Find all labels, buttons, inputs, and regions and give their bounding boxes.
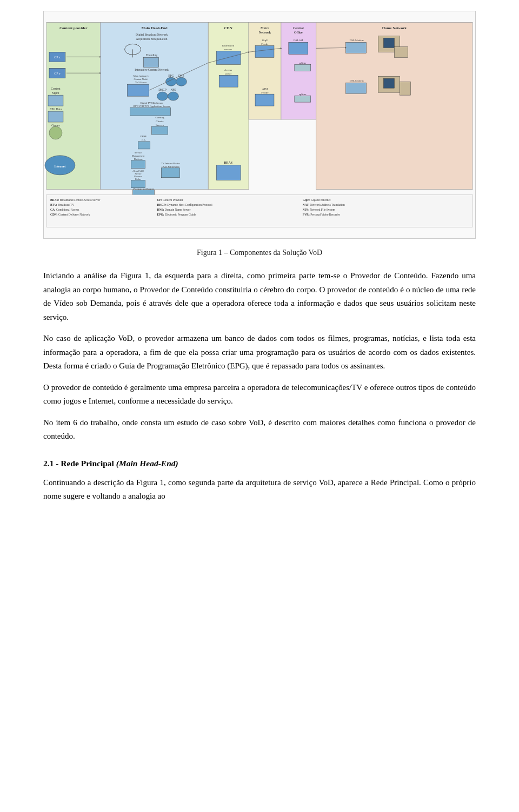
svg-text:Home Network: Home Network	[382, 26, 407, 30]
svg-text:DHCP: DHCP	[158, 88, 167, 91]
svg-point-41	[176, 77, 187, 86]
svg-text:EPG: Electronic Program Guide: EPG: Electronic Program Guide	[157, 213, 196, 216]
svg-text:BRAS: Broadband Remote Access : BRAS: Broadband Remote Access Server	[50, 198, 101, 202]
svg-rect-4	[208, 22, 249, 189]
section-title: - Rede Principal	[56, 459, 116, 468]
svg-text:Management: Management	[132, 155, 145, 157]
svg-text:Metro: Metro	[261, 26, 269, 30]
svg-text:DNS: Domain Name Server: DNS: Domain Name Server	[157, 208, 190, 211]
section-number: 2.1	[43, 459, 54, 468]
svg-rect-75	[219, 75, 238, 87]
svg-text:DNS: DNS	[178, 74, 184, 77]
svg-rect-55	[138, 142, 150, 149]
svg-rect-59	[131, 160, 145, 169]
svg-text:VoD Server: VoD Server	[135, 81, 147, 84]
svg-rect-94	[394, 46, 408, 57]
svg-text:NFS: Network File System: NFS: Network File System	[303, 208, 336, 211]
svg-text:Acquisition  Encapsulation: Acquisition Encapsulation	[136, 37, 168, 41]
svg-rect-37	[128, 84, 149, 96]
svg-text:NFS: NFS	[170, 88, 176, 91]
svg-text:EPG Data: EPG Data	[50, 108, 62, 111]
svg-text:DHCP: Dynamic Host Configurati: DHCP: Dynamic Host Configuration Protoco…	[157, 203, 212, 206]
svg-text:CDN: Content Delivery Network: CDN: Content Delivery Network	[50, 213, 90, 216]
section-heading: 2.1 - Rede Principal (Main Head-End)	[43, 459, 476, 468]
svg-rect-106	[46, 195, 473, 227]
svg-text:Mgmt: Mgmt	[52, 91, 59, 95]
svg-rect-22	[48, 111, 63, 122]
svg-rect-83	[255, 94, 274, 106]
figure-caption-text: Figura 1 – Componentes da Solução VoD	[197, 249, 322, 257]
svg-text:Service: Service	[135, 151, 142, 154]
section-title-italic: (Main Head-End)	[116, 459, 178, 468]
svg-text:Feeder: Feeder	[261, 91, 269, 94]
svg-text:Encoding: Encoding	[146, 53, 157, 57]
svg-text:GigE: Gigabit Ethernet: GigE: Gigabit Ethernet	[303, 198, 331, 202]
svg-rect-48	[130, 108, 171, 116]
svg-text:Main (primary): Main (primary)	[134, 75, 149, 77]
svg-text:BTV/VOD/PVR Applications Serve: BTV/VOD/PVR Applications Servers	[133, 105, 170, 108]
svg-text:Network: Network	[259, 31, 271, 34]
svg-text:GigE: GigE	[262, 39, 268, 42]
svg-text:Feeder: Feeder	[261, 43, 269, 45]
svg-text:CA: Conditional Access: CA: Conditional Access	[50, 208, 79, 211]
svg-text:splitter: splitter	[299, 62, 307, 64]
svg-rect-89	[295, 96, 311, 102]
svg-point-24	[49, 126, 62, 139]
svg-rect-93	[383, 38, 394, 48]
svg-text:Cluster: Cluster	[156, 120, 164, 123]
svg-text:PVR: Personal Video Recorder: PVR: Personal Video Recorder	[303, 213, 340, 216]
svg-text:Platform: Platform	[134, 158, 143, 160]
svg-text:Office: Office	[294, 31, 303, 34]
svg-text:Content provider: Content provider	[59, 26, 88, 30]
svg-text:EPG: EPG	[168, 74, 174, 77]
section-paragraph-1: Continuando a descrição da Figura 1, com…	[43, 476, 476, 504]
svg-text:NAT: Network Address Translati: NAT: Network Address Translation	[303, 203, 345, 206]
svg-text:Distributed: Distributed	[222, 44, 235, 47]
svg-rect-64	[131, 180, 145, 188]
svg-text:CP y: CP y	[54, 72, 61, 75]
svg-text:DRM/: DRM/	[140, 135, 147, 138]
svg-text:Servers: Servers	[156, 124, 164, 126]
figure-caption: Figura 1 – Componentes da Solução VoD	[43, 249, 476, 257]
svg-text:Access: Access	[224, 69, 232, 71]
svg-rect-91	[346, 42, 367, 53]
svg-rect-67	[161, 168, 179, 178]
diagram-container: Content provider Main Head-End CDN Metro…	[43, 11, 476, 239]
svg-text:servers: servers	[224, 48, 232, 51]
svg-rect-80	[255, 45, 274, 57]
svg-rect-52	[152, 126, 168, 135]
svg-rect-99	[400, 82, 410, 95]
svg-text:DSLAM: DSLAM	[294, 39, 303, 42]
svg-text:CP: Content Provider: CP: Content Provider	[157, 198, 183, 202]
paragraph-2: No caso de aplicação VoD, o provedor arm…	[43, 332, 476, 373]
svg-text:TV Internet Router: TV Internet Router	[161, 162, 180, 165]
svg-text:Internet: Internet	[54, 165, 65, 168]
paragraph-4: No ítem 6 do trabalho, onde consta um es…	[43, 416, 476, 444]
svg-text:splitter: splitter	[299, 93, 307, 96]
svg-rect-87	[295, 64, 311, 71]
svg-text:PC-Internet Router: PC-Internet Router	[134, 187, 154, 190]
svg-text:Interactive Content Network: Interactive Content Network	[135, 68, 169, 71]
svg-rect-77	[216, 165, 241, 180]
paragraph-1: Iniciando a análise da Figura 1, da esqu…	[43, 269, 476, 324]
svg-text:Content: Content	[51, 87, 61, 90]
svg-rect-98	[383, 78, 394, 88]
svg-rect-20	[48, 95, 63, 106]
svg-rect-72	[216, 51, 241, 64]
svg-text:CDN: CDN	[224, 26, 232, 30]
svg-rect-32	[144, 57, 159, 67]
svg-point-45	[168, 92, 178, 100]
svg-text:Content Node/: Content Node/	[134, 78, 148, 80]
svg-text:server: server	[225, 72, 231, 75]
svg-text:BRAS: BRAS	[224, 161, 233, 164]
svg-text:ATM: ATM	[262, 88, 268, 90]
svg-text:CA: CA	[142, 139, 145, 142]
svg-point-43	[157, 92, 168, 100]
svg-text:CP x: CP x	[54, 56, 61, 59]
paragraph-3: O provedor de conteúdo é geralmente uma …	[43, 381, 476, 408]
svg-text:DSL Modem: DSL Modem	[350, 79, 364, 82]
svg-text:Digital TV Middleware: Digital TV Middleware	[140, 102, 163, 104]
page: Content provider Main Head-End CDN Metro…	[0, 0, 519, 533]
diagram-svg: Content provider Main Head-End CDN Metro…	[44, 11, 475, 238]
svg-text:Gaming: Gaming	[155, 116, 164, 119]
